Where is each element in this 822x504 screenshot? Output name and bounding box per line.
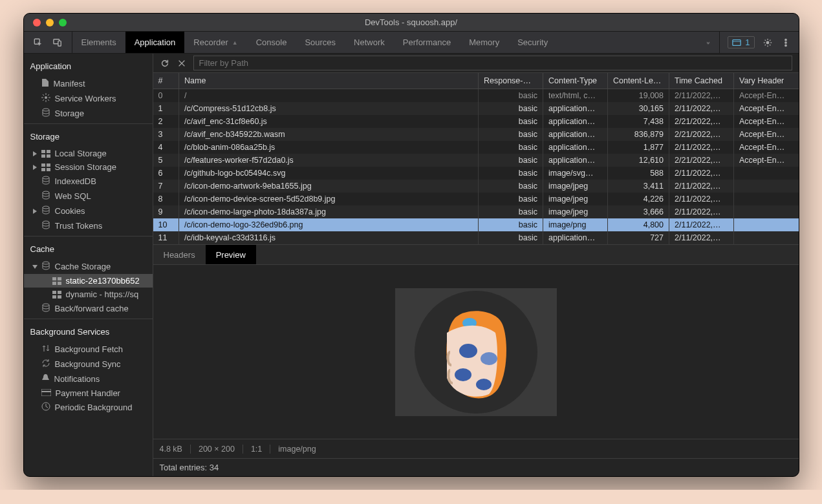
cell: /c/avif_enc-31cf8e60.js (179, 115, 479, 128)
cell: 12,610 (608, 154, 669, 167)
cell: basic (479, 128, 543, 141)
sidebar-storage-item-1[interactable]: Session Storage (24, 160, 153, 174)
col-6[interactable]: Vary Header (734, 73, 799, 89)
sidebar-background-item-4[interactable]: Periodic Background (24, 400, 153, 415)
grid-icon (41, 163, 50, 171)
sidebar-cache-item-2[interactable]: dynamic - https://sq (24, 288, 153, 301)
preview-status-bar: 4.8 kB 200 × 200 1:1 image/png (153, 439, 799, 458)
table-row[interactable]: 2/c/avif_enc-31cf8e60.jsbasicapplication… (153, 115, 799, 128)
sidebar-storage-item-0[interactable]: Local Storage (24, 147, 153, 160)
tab-elements[interactable]: Elements (72, 32, 125, 53)
tab-preview[interactable]: Preview (206, 245, 256, 264)
close-icon[interactable] (33, 19, 41, 26)
disclosure-arrow-icon (32, 265, 38, 269)
cell: /c/icon-demo-logo-326ed9b6.png (179, 218, 479, 231)
sidebar-storage-item-4[interactable]: Cookies (24, 204, 153, 218)
sidebar-cache-item-3[interactable]: Back/forward cache (24, 301, 153, 316)
window-controls (24, 19, 67, 26)
sidebar-cache-label: dynamic - https://sq (66, 289, 139, 299)
sidebar-background-label: Periodic Background (55, 403, 133, 412)
credit-card-icon (41, 388, 51, 398)
table-row[interactable]: 10/c/icon-demo-logo-326ed9b6.pngbasicima… (153, 218, 799, 231)
sidebar-application-item-0[interactable]: Manifest (24, 76, 153, 91)
table-row[interactable]: 9/c/icon-demo-large-photo-18da387a.jpgba… (153, 205, 799, 218)
database-icon (41, 108, 50, 119)
maximize-icon[interactable] (59, 19, 67, 26)
sidebar-background-item-2[interactable]: Notifications (24, 372, 153, 386)
cell: 2/11/2022,… (669, 205, 734, 218)
cell: 2/11/2022,… (669, 141, 734, 154)
table-row[interactable]: 0/basictext/html, c…19,0082/11/2022,…Acc… (153, 89, 799, 103)
filter-input[interactable] (193, 56, 792, 70)
cell: basic (479, 180, 543, 193)
issues-badge[interactable]: 1 (728, 36, 754, 48)
cell: 3 (153, 128, 179, 141)
sidebar-storage-item-2[interactable]: IndexedDB (24, 174, 153, 189)
tab-console[interactable]: Console (247, 32, 296, 53)
sidebar-background-item-3[interactable]: Payment Handler (24, 386, 153, 400)
cell: /c/idb-keyval-c33d3116.js (179, 231, 479, 244)
cell: 727 (608, 231, 669, 244)
tab-sources[interactable]: Sources (296, 32, 345, 53)
more-tabs-icon[interactable] (697, 32, 719, 53)
col-2[interactable]: Response-… (479, 73, 543, 89)
col-4[interactable]: Content-Le… (608, 73, 669, 89)
table-row[interactable]: 7/c/icon-demo-artwork-9eba1655.jpgbasici… (153, 180, 799, 193)
preview-dimensions: 200 × 200 (191, 445, 243, 454)
kebab-menu-icon[interactable] (781, 37, 791, 48)
svg-rect-3 (733, 39, 741, 45)
table-row[interactable]: 11/c/idb-keyval-c33d3116.jsbasicapplicat… (153, 231, 799, 244)
panel-title-cache: Cache (24, 242, 153, 259)
sidebar-storage-label: Session Storage (55, 162, 116, 172)
sidebar-application-item-1[interactable]: Service Workers (24, 91, 153, 106)
sidebar-storage-label: Web SQL (55, 191, 91, 201)
tab-security[interactable]: Security (508, 32, 557, 53)
col-5[interactable]: Time Cached (669, 73, 734, 89)
main-tabbar: ElementsApplicationRecorder ▲ConsoleSour… (24, 32, 799, 54)
table-row[interactable]: 3/c/avif_enc-b345922b.wasmbasicapplicati… (153, 128, 799, 141)
sidebar-cache-label: Back/forward cache (55, 304, 129, 313)
sidebar-cache-item-0[interactable]: Cache Storage (24, 259, 153, 274)
cell: /c/avif_enc-b345922b.wasm (179, 128, 479, 141)
device-toggle-icon[interactable] (52, 37, 63, 48)
tab-performance[interactable]: Performance (394, 32, 460, 53)
database-icon (41, 191, 50, 202)
sidebar-background-label: Background Sync (55, 359, 121, 369)
table-row[interactable]: 5/c/features-worker-f57d2da0.jsbasicappl… (153, 154, 799, 167)
cell: basic (479, 231, 543, 244)
table-row[interactable]: 4/c/blob-anim-086aa25b.jsbasicapplicatio… (153, 141, 799, 154)
svg-rect-16 (41, 389, 51, 396)
detail-tabs: Headers Preview (153, 244, 799, 265)
inspect-icon[interactable] (33, 37, 43, 48)
table-row[interactable]: 8/c/icon-demo-device-screen-5d52d8b9.jpg… (153, 193, 799, 205)
sidebar-application-item-2[interactable]: Storage (24, 106, 153, 121)
clear-icon[interactable] (177, 58, 187, 68)
cell: 2/11/2022,… (669, 193, 734, 205)
tab-network[interactable]: Network (345, 32, 394, 53)
tab-application[interactable]: Application (125, 32, 185, 53)
fetch-icon (41, 344, 50, 355)
cell: 0 (153, 89, 179, 103)
col-1[interactable]: Name (179, 73, 479, 89)
sidebar-storage-item-5[interactable]: Trust Tokens (24, 218, 153, 233)
window-title: DevTools - squoosh.app/ (24, 17, 799, 27)
tab-memory[interactable]: Memory (460, 32, 508, 53)
svg-point-12 (43, 206, 49, 209)
sidebar-background-item-1[interactable]: Background Sync (24, 357, 153, 372)
cell: /c/Compress-51d12cb8.js (179, 102, 479, 115)
sidebar-background-item-0[interactable]: Background Fetch (24, 342, 153, 357)
sidebar-storage-label: IndexedDB (55, 176, 96, 186)
settings-icon[interactable] (763, 37, 773, 48)
col-3[interactable]: Content-Type (543, 73, 608, 89)
cell: 8 (153, 193, 179, 205)
sidebar-cache-item-1[interactable]: static-2e1370bb652 (24, 274, 153, 288)
sidebar-storage-item-3[interactable]: Web SQL (24, 189, 153, 204)
cell: image/jpeg (543, 180, 608, 193)
col-0[interactable]: # (153, 73, 179, 89)
table-row[interactable]: 6/c/github-logo-bc05494c.svgbasicimage/s… (153, 167, 799, 180)
table-row[interactable]: 1/c/Compress-51d12cb8.jsbasicapplication… (153, 102, 799, 115)
refresh-icon[interactable] (160, 58, 170, 68)
minimize-icon[interactable] (46, 19, 54, 26)
tab-headers[interactable]: Headers (153, 245, 206, 264)
tab-recorder[interactable]: Recorder ▲ (184, 32, 246, 53)
